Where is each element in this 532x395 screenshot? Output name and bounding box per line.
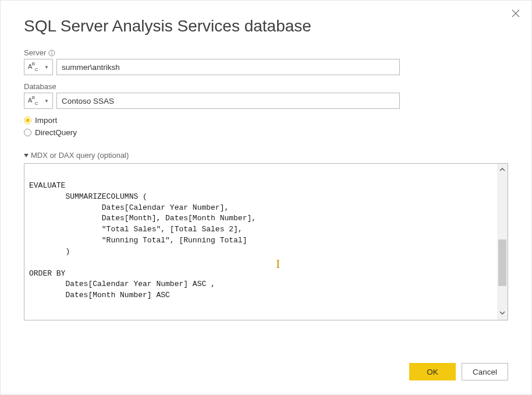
scroll-thumb[interactable] bbox=[498, 239, 506, 287]
scroll-down-arrow-icon[interactable] bbox=[499, 307, 505, 320]
scroll-up-arrow-icon[interactable] bbox=[499, 164, 505, 177]
server-input[interactable] bbox=[56, 59, 400, 75]
database-label: Database bbox=[24, 82, 508, 91]
vertical-scrollbar[interactable] bbox=[497, 164, 508, 320]
close-icon bbox=[512, 9, 520, 17]
database-input[interactable] bbox=[56, 93, 400, 109]
query-section-toggle[interactable]: MDX or DAX query (optional) bbox=[24, 151, 508, 160]
svg-point-4 bbox=[51, 51, 52, 52]
close-button[interactable] bbox=[512, 9, 520, 19]
chevron-down-icon: ▼ bbox=[44, 65, 49, 70]
dialog-title: SQL Server Analysis Services database bbox=[24, 17, 508, 36]
abc-icon: ABC bbox=[28, 96, 38, 105]
database-input-row: ABC ▼ bbox=[24, 93, 508, 109]
server-label: Server bbox=[24, 48, 508, 57]
query-section-label: MDX or DAX query (optional) bbox=[31, 151, 129, 160]
ok-button[interactable]: OK bbox=[409, 363, 456, 380]
server-type-selector[interactable]: ABC ▼ bbox=[24, 59, 53, 75]
radio-icon bbox=[24, 117, 31, 124]
cancel-button[interactable]: Cancel bbox=[462, 363, 508, 380]
database-type-selector[interactable]: ABC ▼ bbox=[24, 93, 53, 109]
dialog-button-row: OK Cancel bbox=[409, 363, 508, 380]
server-label-text: Server bbox=[24, 48, 46, 57]
server-input-row: ABC ▼ bbox=[24, 59, 508, 75]
query-editor-container: EVALUATE SUMMARIZECOLUMNS ( Dates[Calend… bbox=[24, 163, 508, 320]
scroll-track[interactable] bbox=[497, 177, 508, 307]
chevron-down-icon: ▼ bbox=[44, 98, 49, 104]
connectivity-mode-group: Import DirectQuery bbox=[24, 116, 508, 137]
import-radio[interactable]: Import bbox=[24, 116, 508, 125]
directquery-radio[interactable]: DirectQuery bbox=[24, 128, 508, 137]
directquery-radio-label: DirectQuery bbox=[35, 128, 77, 137]
ssas-connection-dialog: SQL Server Analysis Services database Se… bbox=[0, 0, 532, 395]
radio-icon bbox=[24, 129, 31, 136]
info-icon[interactable] bbox=[48, 50, 55, 57]
import-radio-label: Import bbox=[35, 116, 57, 125]
abc-icon: ABC bbox=[28, 62, 38, 72]
caret-down-icon bbox=[24, 154, 29, 157]
query-editor[interactable]: EVALUATE SUMMARIZECOLUMNS ( Dates[Calend… bbox=[24, 164, 497, 320]
